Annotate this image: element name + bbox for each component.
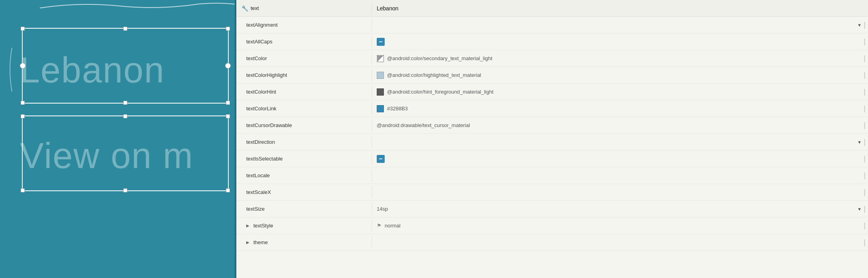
handle-br[interactable] bbox=[226, 101, 230, 105]
dropdown-icon-textSize[interactable]: ▼ bbox=[857, 207, 863, 211]
prop-value-textColor: @android:color/secondary_text_material_l… bbox=[372, 52, 868, 65]
prop-name-textStyle[interactable]: textStyle bbox=[237, 219, 372, 232]
prop-name-textAllCaps: textAllCaps bbox=[237, 35, 372, 48]
prop-name-textDirection: textDirection bbox=[237, 136, 372, 148]
handle2-bm[interactable] bbox=[123, 188, 127, 192]
prop-row-textStyle: textStyle ⚑ normal | bbox=[237, 217, 868, 234]
pipe-textSize: | bbox=[864, 205, 866, 213]
prop-row-textColorHint: textColorHint @android:color/hint_foregr… bbox=[237, 84, 868, 100]
handle-tl[interactable] bbox=[21, 27, 25, 31]
pipe-textScaleX: | bbox=[864, 188, 866, 196]
handle-bm[interactable] bbox=[123, 101, 127, 105]
pipe-textColorLink: | bbox=[864, 104, 866, 113]
prop-value-theme: | bbox=[372, 239, 868, 246]
color-swatch-textColorLink bbox=[377, 105, 384, 112]
properties-panel: 🔧 text Lebanon textAlignment ▼ | textAll… bbox=[236, 0, 868, 278]
prop-value-textIsSelectable: − | bbox=[372, 152, 868, 166]
prop-value-textAllCaps: − | bbox=[372, 35, 868, 49]
handle2-br[interactable] bbox=[226, 188, 230, 192]
pipe-textStyle: | bbox=[864, 221, 866, 230]
prop-row-textColorLink: textColorLink #3288B3 | bbox=[237, 100, 868, 117]
dropdown-icon-textAlignment[interactable]: ▼ bbox=[857, 23, 863, 27]
prop-value-textCursorDrawable: @android:drawable/text_cursor_material | bbox=[372, 119, 868, 131]
handle-bl[interactable] bbox=[21, 101, 25, 105]
prop-row-textColor: textColor @android:color/secondary_text_… bbox=[237, 50, 868, 67]
pipe-textAlignment: | bbox=[864, 21, 866, 29]
handle-tr[interactable] bbox=[226, 27, 230, 31]
color-swatch-textColorHighlight bbox=[377, 72, 384, 79]
canvas-panel: Lebanon View on m bbox=[0, 0, 235, 278]
pipe-textColor: | bbox=[864, 54, 866, 63]
prop-name-textColorHint: textColorHint bbox=[237, 86, 372, 98]
minus-button-textIsSelectable[interactable]: − bbox=[377, 155, 385, 163]
prop-name-textScaleX: textScaleX bbox=[237, 186, 372, 198]
pipe-textAllCaps: | bbox=[864, 37, 866, 46]
pipe-textLocale: | bbox=[864, 171, 866, 180]
prop-row-textDirection: textDirection ▼ | bbox=[237, 134, 868, 151]
prop-row-theme: theme | bbox=[237, 234, 868, 251]
canvas-lebanon-text: Lebanon bbox=[20, 50, 165, 91]
handle2-tm[interactable] bbox=[123, 114, 127, 118]
prop-name-textColor: textColor bbox=[237, 52, 372, 65]
wrench-icon: 🔧 bbox=[241, 5, 248, 12]
prop-row-textSize: textSize 14sp ▼ | bbox=[237, 201, 868, 217]
prop-value-textAlignment: ▼ | bbox=[372, 20, 868, 31]
prop-row-textCursorDrawable: textCursorDrawable @android:drawable/tex… bbox=[237, 117, 868, 134]
prop-value-textDirection: ▼ | bbox=[372, 137, 868, 148]
prop-value-textColorHint: @android:color/hint_foreground_material_… bbox=[372, 85, 868, 99]
handle2-bl[interactable] bbox=[21, 188, 25, 192]
pipe-textIsSelectable: | bbox=[864, 155, 866, 163]
prop-row-textLocale: textLocale | bbox=[237, 167, 868, 184]
canvas-view-text: View on m bbox=[20, 135, 194, 176]
prop-name-textIsSelectable: textIsSelectable bbox=[237, 153, 372, 165]
handle2-tr[interactable] bbox=[226, 114, 230, 118]
dropdown-icon-textDirection[interactable]: ▼ bbox=[857, 140, 863, 145]
prop-value-textColorHighlight: @android:color/highlighted_text_material… bbox=[372, 69, 868, 82]
prop-row-textScaleX: textScaleX | bbox=[237, 184, 868, 201]
prop-value-textScaleX: | bbox=[372, 189, 868, 196]
prop-header-row: 🔧 text Lebanon bbox=[237, 0, 868, 17]
color-swatch-textColorHint bbox=[377, 88, 384, 96]
prop-name-textLocale: textLocale bbox=[237, 169, 372, 182]
flag-icon: ⚑ bbox=[377, 223, 381, 229]
minus-button-textAllCaps[interactable]: − bbox=[377, 38, 385, 46]
prop-header-label: text bbox=[251, 5, 259, 11]
prop-name-textColorHighlight: textColorHighlight bbox=[237, 69, 372, 81]
circle-handle-mr[interactable] bbox=[225, 63, 231, 69]
prop-name-textColorLink: textColorLink bbox=[237, 102, 372, 115]
prop-row-textAlignment: textAlignment ▼ | bbox=[237, 17, 868, 33]
handle2-tl[interactable] bbox=[21, 114, 25, 118]
pipe-textColorHint: | bbox=[864, 88, 866, 96]
prop-row-textAllCaps: textAllCaps − | bbox=[237, 33, 868, 50]
handle-tm[interactable] bbox=[123, 27, 127, 31]
prop-value-textStyle: ⚑ normal | bbox=[372, 219, 868, 232]
prop-name-textSize: textSize bbox=[237, 203, 372, 215]
prop-value-textLocale: | bbox=[372, 172, 868, 179]
prop-value-textSize: 14sp ▼ | bbox=[372, 203, 868, 215]
prop-value-textColorLink: #3288B3 | bbox=[372, 102, 868, 116]
pipe-theme: | bbox=[864, 238, 866, 247]
color-swatch-textColor bbox=[377, 55, 384, 62]
pipe-textColorHighlight: | bbox=[864, 71, 866, 79]
prop-row-textColorHighlight: textColorHighlight @android:color/highli… bbox=[237, 67, 868, 84]
prop-name-textAlignment: textAlignment bbox=[237, 19, 372, 31]
pipe-textDirection: | bbox=[864, 138, 866, 146]
pipe-textCursorDrawable: | bbox=[864, 121, 866, 129]
prop-name-textCursorDrawable: textCursorDrawable bbox=[237, 119, 372, 131]
prop-header-name: 🔧 text bbox=[237, 2, 372, 15]
prop-row-textIsSelectable: textIsSelectable − | bbox=[237, 151, 868, 167]
prop-name-theme[interactable]: theme bbox=[237, 236, 372, 249]
prop-header-value: Lebanon bbox=[372, 2, 868, 15]
